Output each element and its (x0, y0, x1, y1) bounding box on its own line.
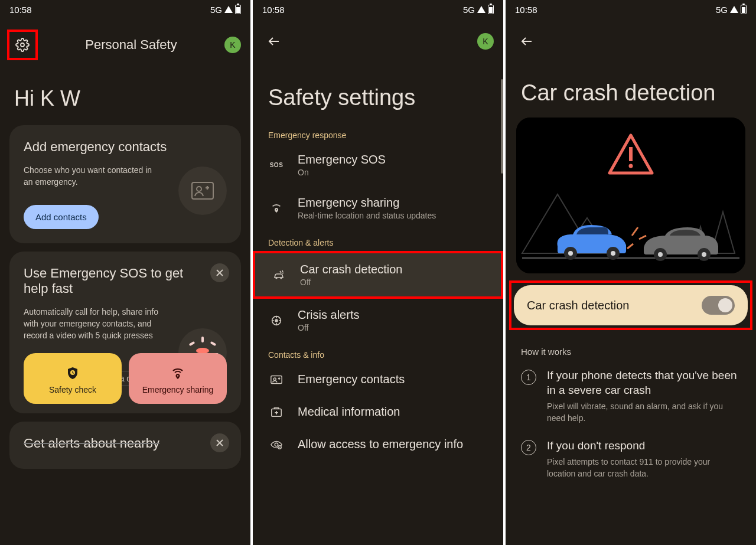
item-sub: Real-time location and status updates (298, 211, 436, 220)
signal-icon (730, 6, 738, 13)
svg-rect-6 (201, 337, 204, 342)
avatar[interactable]: K (477, 33, 494, 50)
item-emergency-sos[interactable]: SOS Emergency SOSOn (253, 143, 503, 187)
highlight-toggle: Car crash detection (509, 280, 752, 330)
item-title: Medical information (298, 405, 400, 419)
status-time: 10:58 (9, 5, 32, 15)
battery-icon (488, 5, 494, 14)
svg-point-4 (196, 348, 209, 354)
how-it-works-label: How it works (506, 330, 756, 361)
card-title: Use Emergency SOS to get help fast (24, 266, 189, 296)
item-medical-information[interactable]: Medical information (253, 396, 503, 428)
item-crisis-alerts[interactable]: Crisis alertsOff (253, 299, 503, 342)
gear-icon (15, 38, 30, 52)
svg-rect-25 (629, 147, 633, 161)
crash-scene-icon (516, 118, 745, 273)
add-contacts-button[interactable]: Add contacts (24, 205, 99, 229)
svg-point-14 (275, 277, 277, 279)
contact-card-icon (178, 167, 227, 215)
alert-icon (270, 314, 283, 327)
svg-point-13 (276, 209, 277, 210)
signal-icon (477, 6, 485, 13)
toggle-label: Car crash detection (527, 299, 629, 312)
section-contacts-info: Contacts & info (253, 342, 503, 363)
arrow-left-icon (520, 34, 534, 48)
step-1: 1 If your phone detects that you've been… (506, 361, 756, 432)
card-title: Add emergency contacts (24, 139, 227, 155)
safety-check-chip[interactable]: Safety check (24, 353, 122, 404)
avatar[interactable]: K (224, 37, 241, 53)
item-sub: Off (298, 323, 359, 332)
app-header (506, 19, 756, 53)
settings-button[interactable] (11, 33, 34, 57)
close-icon (215, 268, 224, 278)
item-car-crash-detection[interactable]: Car crash detectionOff (253, 251, 503, 299)
step-sub: Pixel attempts to contact 911 to provide… (547, 456, 741, 479)
dismiss-button[interactable] (210, 263, 229, 282)
svg-point-15 (280, 277, 282, 279)
step-sub: Pixel will vibrate, sound an alarm, and … (547, 401, 741, 424)
card-emergency-sos[interactable]: Use Emergency SOS to get help fast Autom… (9, 252, 241, 414)
svg-point-36 (658, 252, 663, 257)
id-card-icon (270, 373, 283, 386)
svg-point-23 (279, 446, 281, 448)
shield-clock-icon (66, 366, 80, 380)
status-time: 10:58 (262, 5, 285, 15)
scrollbar[interactable] (501, 79, 503, 174)
status-right: 5G (210, 5, 241, 15)
status-net: 5G (210, 5, 222, 15)
section-emergency-response: Emergency response (253, 122, 503, 143)
svg-point-26 (629, 164, 633, 168)
card-alerts-nearby[interactable]: Get alerts about nearby (9, 422, 241, 469)
emergency-sharing-chip[interactable]: Emergency sharing (129, 353, 227, 404)
svg-point-16 (275, 319, 278, 322)
card-title: Get alerts about nearby (24, 436, 227, 451)
wifi-pin-icon (171, 366, 185, 380)
svg-point-31 (611, 251, 615, 256)
car-crash-icon (272, 268, 286, 282)
item-title: Emergency sharing (298, 196, 436, 210)
eye-gear-icon (270, 438, 283, 451)
chip-row: a c Safety check Emergency sharing (24, 353, 227, 404)
svg-point-0 (21, 43, 24, 47)
screen-safety-settings: 10:58 5G K Safety settings Emergency res… (253, 0, 503, 545)
svg-point-29 (568, 251, 573, 256)
svg-rect-1 (192, 182, 213, 199)
battery-icon (235, 5, 241, 14)
page-title: Safety settings (253, 53, 503, 122)
status-time: 10:58 (515, 5, 537, 15)
item-allow-access[interactable]: Allow access to emergency info (253, 428, 503, 461)
status-bar: 10:58 5G (506, 0, 756, 19)
page-title: Personal Safety (85, 37, 177, 53)
status-net: 5G (716, 5, 728, 15)
item-title: Allow access to emergency info (298, 438, 463, 451)
item-emergency-contacts[interactable]: Emergency contacts (253, 363, 503, 396)
item-title: Crisis alerts (298, 308, 359, 322)
page-title: Car crash detection (506, 53, 756, 118)
highlight-settings-icon (7, 30, 38, 60)
car-crash-toggle-row[interactable]: Car crash detection (514, 285, 748, 325)
svg-point-12 (177, 376, 178, 377)
status-net: 5G (463, 5, 475, 15)
sos-icon: SOS (270, 162, 284, 168)
signal-icon (224, 6, 233, 13)
toggle-switch[interactable] (702, 296, 735, 315)
item-title: Emergency SOS (298, 153, 386, 167)
close-icon (215, 438, 224, 448)
battery-icon (741, 5, 747, 14)
card-desc: Automatically call for help, share info … (24, 306, 171, 342)
step-number: 2 (521, 440, 536, 455)
card-desc: Choose who you want contacted in an emer… (24, 164, 154, 188)
cards-container: Add emergency contacts Choose who you wa… (0, 125, 250, 469)
item-emergency-sharing[interactable]: Emergency sharingReal-time location and … (253, 187, 503, 230)
step-title: If you don't respond (547, 439, 741, 453)
medical-icon (270, 406, 283, 419)
item-sub: On (298, 168, 386, 177)
status-bar: 10:58 5G (0, 0, 250, 19)
card-add-contacts[interactable]: Add emergency contacts Choose who you wa… (9, 125, 241, 243)
back-button[interactable] (262, 30, 286, 53)
screen-personal-safety: 10:58 5G Personal Safety K Hi K W Add em… (0, 0, 250, 545)
status-bar: 10:58 5G (253, 0, 503, 19)
back-button[interactable] (515, 30, 539, 53)
arrow-left-icon (267, 34, 281, 48)
